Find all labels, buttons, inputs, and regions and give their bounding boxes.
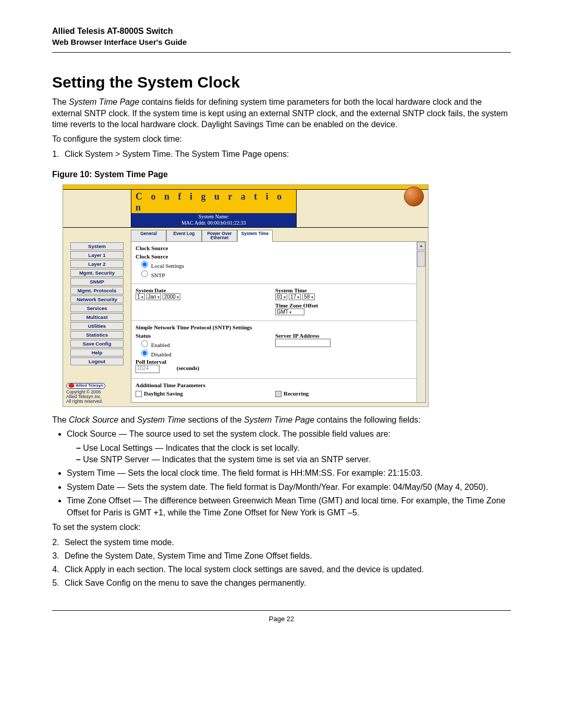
radio-local[interactable]: Local Settings — [139, 263, 184, 269]
sidebar-item-mgmt-protocols[interactable]: Mgmt. Protocols — [70, 287, 124, 294]
select-time-hh[interactable]: 01 — [275, 293, 287, 300]
footer-rule — [52, 610, 511, 611]
step-3: Define the System Date, System Time and … — [62, 550, 511, 562]
checkbox-daylight-saving[interactable]: Daylight Saving — [136, 390, 183, 397]
field-sntp-server: Use SNTP Server — Indicates that the sys… — [76, 454, 511, 465]
scroll-up-icon[interactable] — [417, 242, 425, 250]
scroll-thumb[interactable] — [417, 251, 425, 267]
label-server-ip: Server IP Address — [275, 332, 415, 339]
header-rule — [52, 52, 511, 53]
sidebar-item-help[interactable]: Help — [70, 349, 124, 356]
tab-system-time[interactable]: System Time — [237, 230, 273, 242]
sidebar-item-save-config[interactable]: Save Config — [70, 340, 124, 348]
label-system-time: System Time — [275, 287, 415, 293]
sidebar-item-system[interactable]: System — [70, 242, 124, 250]
sidebar-item-mgmt-security[interactable]: Mgmt. Security — [70, 269, 124, 277]
scrollbar[interactable] — [417, 242, 425, 402]
field-local-settings: Use Local Settings — Indicates that the … — [76, 442, 511, 454]
sidebar-item-multicast[interactable]: Multicast — [70, 313, 124, 321]
sidebar-item-layer1[interactable]: Layer 1 — [70, 251, 124, 259]
select-tz-offset[interactable]: GMT — [275, 309, 304, 315]
figure-screenshot: C o n f i g u r a t i o n System Name: M… — [63, 184, 429, 407]
label-seconds: (seconds) — [177, 365, 199, 371]
tab-event-log[interactable]: Event Log — [166, 230, 202, 242]
intro-paragraph: The System Time Page contains fields for… — [52, 96, 511, 130]
radio-sntp[interactable]: SNTP — [139, 272, 165, 278]
step-4: Click Apply in each section. The local s… — [62, 563, 511, 576]
radio-disabled[interactable]: Disabled — [139, 351, 172, 357]
field-clock-source: Clock Source — The source used to set th… — [67, 428, 511, 465]
sidebar-item-network-security[interactable]: Network Security — [70, 295, 124, 303]
label-system-date: System Date — [136, 287, 275, 293]
figure-caption: Figure 10: System Time Page — [52, 170, 511, 179]
config-title: C o n f i g u r a t i o n — [136, 191, 292, 213]
globe-icon — [404, 187, 424, 206]
set-clock-lead: To set the system clock: — [52, 522, 511, 533]
sect-sntp-title: Simple Network Time Protocol (SNTP) Sett… — [136, 324, 415, 330]
sysinfo-bar: System Name: MAC Addr. 00:00:b0:01:22:33 — [131, 213, 296, 227]
label-tz-offset: Time Zone Offset — [275, 302, 415, 309]
select-date-day[interactable]: 1 — [136, 293, 145, 300]
field-tz-offset: Time Zone Offset — The difference betwee… — [67, 495, 511, 519]
checkbox-recurring[interactable]: Recurring — [275, 390, 309, 397]
step-5: Click Save Config on the menu to save th… — [62, 577, 511, 589]
input-poll-interval[interactable]: 1024 — [136, 365, 160, 373]
select-time-ss[interactable]: 58 — [302, 293, 314, 300]
sidebar-item-utilities[interactable]: Utilities — [70, 322, 124, 330]
radio-enabled[interactable]: Enabled — [139, 342, 170, 348]
sect-additional-title: Additional Time Parameters — [136, 382, 415, 388]
main-panel: General Event Log Power OverEthernet Sys… — [131, 228, 428, 406]
section-heading: Setting the System Clock — [52, 73, 511, 91]
post-figure-text: The Clock Source and System Time section… — [52, 414, 511, 426]
brand-footer: Allied Telesyn Copyright © 2006 Allied T… — [66, 383, 128, 404]
sidebar-item-snmp[interactable]: SNMP — [70, 278, 124, 286]
field-system-time: System Time — Sets the local clock time.… — [67, 467, 511, 479]
tab-poe[interactable]: Power OverEthernet — [202, 230, 237, 242]
step-2: Select the system time mode. — [62, 536, 511, 549]
sidebar-item-logout[interactable]: Logout — [70, 357, 124, 365]
label-poll-interval: Poll Interval — [136, 359, 275, 365]
doc-title: Allied Telesis AT-8000S Switch — [52, 26, 511, 37]
input-server-ip[interactable] — [275, 339, 331, 347]
label-status: Status — [136, 332, 275, 339]
sidebar: System Layer 1 Layer 2 Mgmt. Security SN… — [63, 228, 131, 406]
configure-lead: To configure the system clock time: — [52, 133, 511, 145]
page-number: Page 22 — [52, 615, 511, 623]
sidebar-item-services[interactable]: Services — [70, 304, 124, 312]
field-system-date: System Date — Sets the system date. The … — [67, 482, 511, 493]
sidebar-item-layer2[interactable]: Layer 2 — [70, 260, 124, 268]
sidebar-item-statistics[interactable]: Statistics — [70, 331, 124, 339]
label-clock-source: Clock Source — [136, 253, 415, 260]
sect-clock-source-title: Clock Source — [136, 245, 415, 251]
select-date-month[interactable]: Jan — [146, 293, 161, 300]
doc-subtitle: Web Browser Interface User's Guide — [52, 37, 511, 47]
step-1: Click System > System Time. The System T… — [62, 148, 511, 161]
select-date-year[interactable]: 2000 — [163, 293, 180, 300]
tab-general[interactable]: General — [131, 230, 166, 242]
select-time-mm[interactable]: 17 — [289, 293, 301, 300]
